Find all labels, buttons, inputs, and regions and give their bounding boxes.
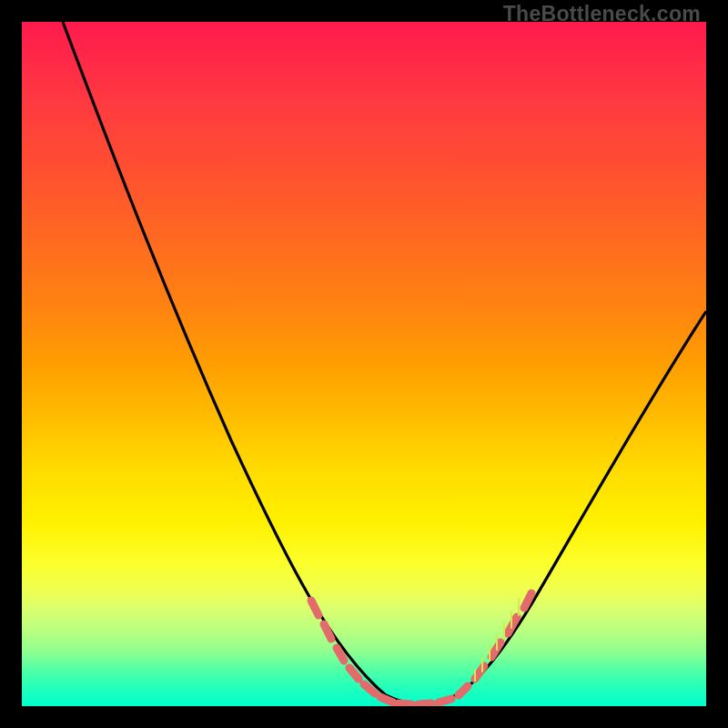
svg-line-3	[349, 668, 359, 679]
svg-line-0	[311, 601, 318, 615]
highlight-markers-right	[459, 593, 531, 695]
svg-line-9	[459, 686, 468, 695]
svg-line-5	[380, 697, 393, 703]
highlight-markers-left	[311, 601, 393, 703]
svg-line-7	[419, 703, 431, 704]
svg-line-6	[399, 703, 411, 704]
highlight-markers-bottom	[399, 699, 451, 704]
svg-line-8	[439, 699, 451, 703]
curve-layer	[22, 22, 706, 706]
right-arm-ticks	[475, 599, 519, 681]
watermark-text: TheBottleneck.com	[503, 2, 701, 26]
chart-frame	[22, 22, 706, 706]
svg-line-1	[324, 624, 331, 639]
main-curve	[63, 22, 706, 704]
